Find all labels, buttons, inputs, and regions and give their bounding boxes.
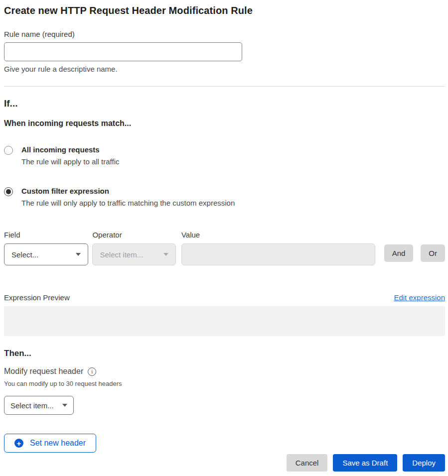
expression-preview-header: Expression Preview Edit expression [4, 293, 445, 302]
radio-description: The rule will only apply to traffic matc… [21, 199, 235, 207]
radio-option-text: Custom filter expression The rule will o… [21, 187, 235, 207]
radio-label: Custom filter expression [21, 187, 235, 196]
chevron-down-icon [76, 253, 81, 256]
operator-label: Operator [92, 231, 175, 239]
rule-name-input[interactable] [4, 42, 242, 61]
rule-name-label: Rule name (required) [4, 30, 445, 38]
expression-preview-label: Expression Preview [4, 293, 70, 302]
edit-expression-link[interactable]: Edit expression [394, 293, 445, 302]
chevron-down-icon [163, 253, 168, 256]
cancel-button[interactable]: Cancel [287, 454, 328, 472]
chevron-down-icon [62, 404, 67, 407]
then-heading: Then... [4, 349, 445, 358]
operator-select-value: Select item... [100, 250, 143, 259]
page-title: Create new HTTP Request Header Modificat… [4, 5, 445, 16]
and-or-buttons: And Or [384, 244, 445, 262]
and-button[interactable]: And [384, 244, 414, 262]
modify-request-header-row: Modify request header i [4, 367, 445, 376]
radio-selected-icon[interactable] [4, 187, 13, 196]
or-button[interactable]: Or [421, 244, 445, 262]
plus-icon: + [14, 439, 23, 448]
field-select-value: Select... [11, 250, 38, 259]
if-heading: If... [4, 98, 445, 109]
create-rule-form: Create new HTTP Request Header Modificat… [0, 0, 448, 472]
modify-request-header-label: Modify request header [4, 367, 83, 376]
section-divider [4, 86, 445, 87]
set-new-header-label: Set new header [30, 439, 86, 448]
operator-select: Select item... [92, 243, 175, 265]
match-subheading: When incoming requests match... [4, 119, 445, 128]
footer-actions: Cancel Save as Draft Deploy [4, 454, 445, 472]
value-label: Value [181, 231, 375, 239]
radio-option-text: All incoming requests The rule will appl… [21, 145, 119, 166]
value-column: Value [181, 231, 375, 265]
radio-label: All incoming requests [21, 145, 119, 154]
value-input [181, 243, 375, 265]
header-action-select-value: Select item... [10, 401, 54, 410]
radio-option-all-incoming[interactable]: All incoming requests The rule will appl… [4, 145, 445, 166]
field-select[interactable]: Select... [4, 243, 88, 265]
radio-description: The rule will apply to all traffic [21, 157, 119, 166]
save-as-draft-button[interactable]: Save as Draft [333, 454, 397, 472]
operator-column: Operator Select item... [92, 231, 175, 265]
set-new-header-button[interactable]: + Set new header [4, 434, 96, 453]
modify-help-text: You can modify up to 30 request headers [4, 380, 445, 387]
field-column: Field Select... [4, 231, 88, 265]
expression-preview-box [4, 306, 445, 336]
radio-option-custom-filter[interactable]: Custom filter expression The rule will o… [4, 187, 445, 207]
rule-name-help: Give your rule a descriptive name. [4, 65, 445, 73]
info-icon[interactable]: i [88, 367, 96, 376]
radio-unselected-icon[interactable] [4, 146, 13, 155]
header-action-select[interactable]: Select item... [4, 396, 74, 415]
deploy-button[interactable]: Deploy [403, 454, 445, 472]
field-label: Field [4, 231, 88, 239]
expression-builder-row: Field Select... Operator Select item... … [4, 231, 445, 265]
